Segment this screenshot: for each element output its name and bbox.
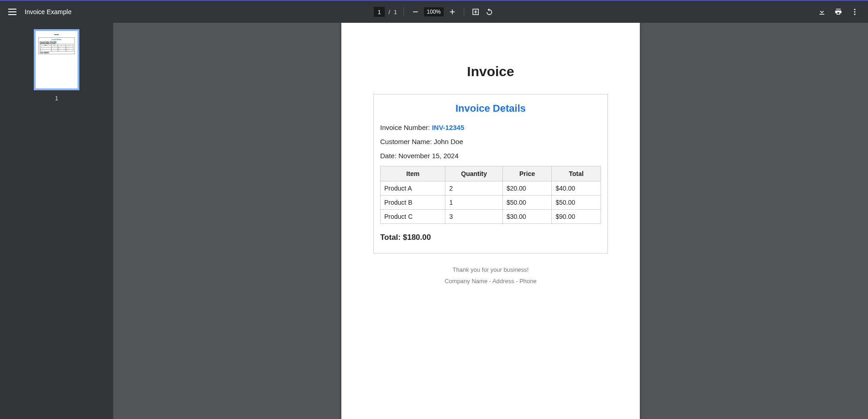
cell-item: Product C xyxy=(381,210,445,224)
invoice-subheading: Invoice Details xyxy=(380,103,601,114)
line-items-table: Item Quantity Price Total Product A 2 $2… xyxy=(380,166,601,224)
pdf-viewport[interactable]: Invoice Invoice Details Invoice Number: … xyxy=(113,23,868,419)
page-number-input[interactable] xyxy=(374,7,385,17)
col-price: Price xyxy=(502,166,552,181)
page-total: 1 xyxy=(394,9,397,16)
zoom-in-button[interactable] xyxy=(447,7,457,17)
toolbar-separator xyxy=(464,7,464,16)
more-options-button[interactable] xyxy=(850,7,860,17)
invoice-date-line: Date: November 15, 2024 xyxy=(380,152,601,160)
svg-marker-6 xyxy=(475,13,477,14)
invoice-number-label: Invoice Number: xyxy=(380,124,432,131)
pdf-toolbar: Invoice Example / 1 100% xyxy=(0,1,868,23)
svg-rect-2 xyxy=(452,10,453,15)
rotate-button[interactable] xyxy=(484,7,494,17)
svg-marker-5 xyxy=(475,10,477,11)
thumbnail-page-number: 1 xyxy=(55,95,58,102)
invoice-heading: Invoice xyxy=(373,64,608,79)
cell-total: $40.00 xyxy=(552,181,601,196)
invoice-details-box: Invoice Details Invoice Number: INV-1234… xyxy=(373,94,608,253)
zoom-level[interactable]: 100% xyxy=(424,7,444,16)
col-item: Item xyxy=(381,166,445,181)
zoom-out-button[interactable] xyxy=(410,7,420,17)
print-button[interactable] xyxy=(833,7,843,17)
cell-price: $50.00 xyxy=(502,196,552,210)
thumbnail-item[interactable]: Invoice Invoice Details Invoice Number: … xyxy=(34,29,79,102)
thumbnail-sidebar: Invoice Invoice Details Invoice Number: … xyxy=(0,23,113,419)
svg-point-8 xyxy=(854,11,856,13)
pdf-page: Invoice Invoice Details Invoice Number: … xyxy=(341,23,640,419)
cell-item: Product A xyxy=(381,181,445,196)
cell-item: Product B xyxy=(381,196,445,210)
toolbar-separator xyxy=(403,7,404,16)
svg-point-9 xyxy=(854,14,856,15)
svg-point-7 xyxy=(854,9,856,10)
table-row: Product A 2 $20.00 $40.00 xyxy=(381,181,601,196)
table-row: Product C 3 $30.00 $90.00 xyxy=(381,210,601,224)
invoice-total: Total: $180.00 xyxy=(380,233,601,242)
table-header-row: Item Quantity Price Total xyxy=(381,166,601,181)
cell-qty: 1 xyxy=(445,196,502,210)
invoice-number-line: Invoice Number: INV-12345 xyxy=(380,124,601,131)
svg-rect-0 xyxy=(413,11,418,12)
page-thumbnail[interactable]: Invoice Invoice Details Invoice Number: … xyxy=(34,29,79,90)
customer-name-line: Customer Name: John Doe xyxy=(380,138,601,145)
cell-total: $90.00 xyxy=(552,210,601,224)
invoice-number-value: INV-12345 xyxy=(432,124,464,131)
col-total: Total xyxy=(552,166,601,181)
footer-thanks: Thank you for your business! xyxy=(373,266,608,273)
page-separator: / xyxy=(388,9,390,16)
invoice-footer: Thank you for your business! Company Nam… xyxy=(373,266,608,285)
cell-qty: 3 xyxy=(445,210,502,224)
cell-qty: 2 xyxy=(445,181,502,196)
menu-icon[interactable] xyxy=(8,9,16,15)
cell-price: $30.00 xyxy=(502,210,552,224)
svg-rect-4 xyxy=(475,11,477,12)
col-qty: Quantity xyxy=(445,166,502,181)
cell-total: $50.00 xyxy=(552,196,601,210)
download-button[interactable] xyxy=(817,7,827,17)
fit-page-button[interactable] xyxy=(471,7,481,17)
cell-price: $20.00 xyxy=(502,181,552,196)
footer-company: Company Name - Address - Phone xyxy=(373,278,608,285)
table-row: Product B 1 $50.00 $50.00 xyxy=(381,196,601,210)
document-title: Invoice Example xyxy=(25,8,72,16)
